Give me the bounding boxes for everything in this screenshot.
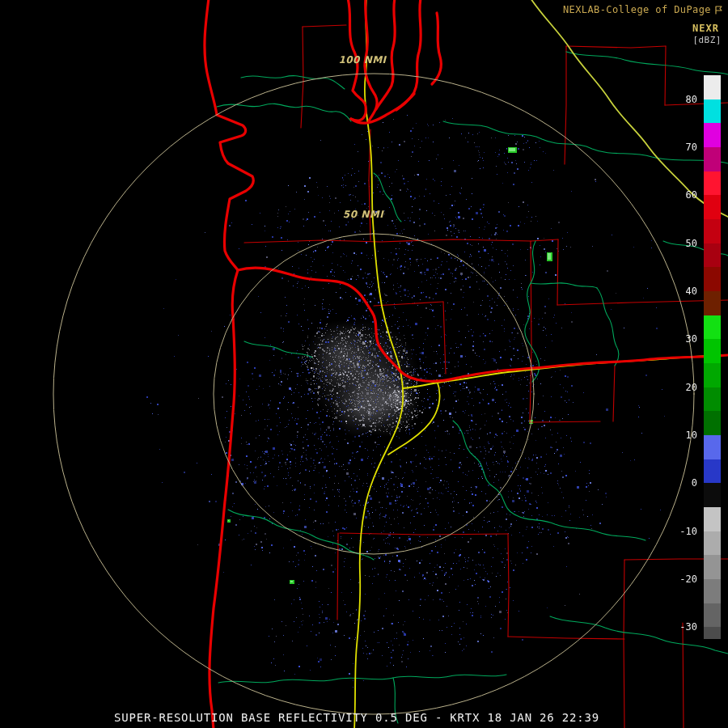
colorbar-tick-label: 60 — [686, 190, 697, 200]
coastline-lines — [205, 0, 728, 728]
colorbar-segment — [704, 99, 721, 124]
colorbar-segment — [704, 507, 721, 531]
colorbar-segment — [704, 579, 721, 603]
colorbar-segment — [704, 339, 721, 363]
colorbar-segment — [704, 603, 721, 628]
colorbar-segment — [704, 195, 721, 219]
radar-viewer: 100 NMI 50 NMI NEXLAB-College of DuPage … — [0, 0, 728, 728]
colorbar-segment — [704, 219, 721, 243]
highway-lines — [354, 0, 728, 728]
range-ring-label-50: 50 NMI — [343, 209, 384, 220]
colorbar-units: [dBZ] — [692, 35, 722, 45]
colorbar — [704, 75, 721, 639]
colorbar-segment — [704, 75, 721, 99]
colorbar-segment — [704, 267, 721, 291]
colorbar-tick-label: -20 — [679, 574, 697, 584]
river-lines — [217, 52, 728, 723]
colorbar-segment — [704, 435, 721, 459]
range-ring-50nmi — [214, 234, 534, 554]
radar-map[interactable]: 100 NMI 50 NMI — [0, 0, 728, 728]
colorbar-segment — [704, 147, 721, 171]
colorbar-tick-label: 30 — [686, 334, 697, 344]
colorbar-title: NEXR — [692, 23, 719, 34]
colorbar-segment — [704, 123, 721, 147]
colorbar-tick-label: 10 — [686, 430, 697, 440]
brand-text: NEXLAB-College of DuPage — [563, 4, 711, 15]
colorbar-tick-label: 80 — [686, 95, 697, 104]
colorbar-tick-label: 50 — [686, 239, 697, 248]
colorbar-segment — [704, 627, 721, 639]
colorbar-tick-label: 40 — [686, 286, 697, 296]
colorbar-tick-label: 70 — [686, 142, 697, 152]
colorbar-segment — [704, 411, 721, 435]
colorbar-segment — [704, 387, 721, 412]
map-overlay: 100 NMI 50 NMI — [0, 0, 728, 728]
colorbar-segment — [704, 459, 721, 484]
county-boundary-lines — [244, 25, 728, 728]
product-caption: SUPER-RESOLUTION BASE REFLECTIVITY 0.5 D… — [0, 711, 713, 724]
range-ring-100nmi — [53, 74, 694, 714]
brand-link[interactable]: NEXLAB-College of DuPage — [563, 4, 723, 15]
colorbar-segment — [704, 363, 721, 387]
colorbar-tick-label: 20 — [686, 383, 697, 392]
colorbar-segment — [704, 315, 721, 340]
colorbar-segment — [704, 531, 721, 556]
range-ring-label-100: 100 NMI — [338, 54, 387, 66]
colorbar-tick-label: -10 — [679, 527, 697, 536]
colorbar-segment — [704, 555, 721, 579]
colorbar-tick-label: 0 — [692, 478, 697, 488]
brand-flag-icon — [714, 6, 723, 15]
range-rings — [53, 74, 694, 714]
colorbar-segment — [704, 171, 721, 196]
colorbar-segment — [704, 243, 721, 268]
colorbar-segment — [704, 483, 721, 507]
colorbar-segment — [704, 291, 721, 315]
colorbar-tick-label: -30 — [679, 622, 697, 632]
